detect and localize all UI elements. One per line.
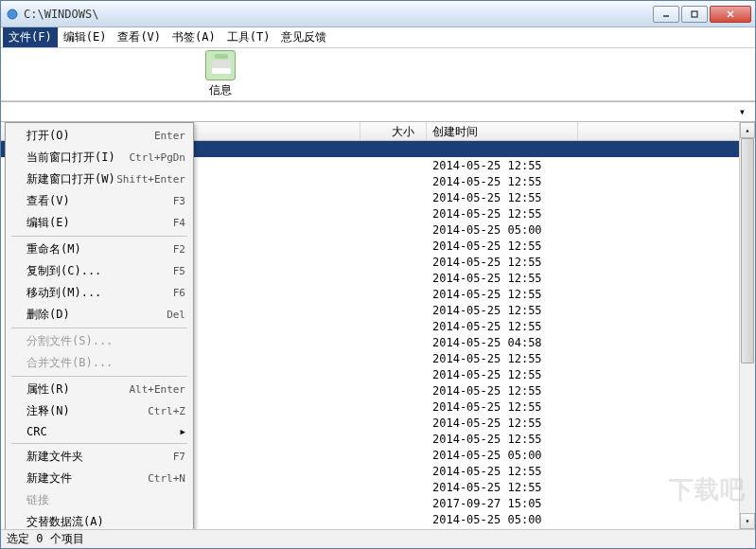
menu-separator	[11, 328, 187, 328]
menubar: 文件(F)编辑(E)查看(V)书签(A)工具(T)意见反馈	[1, 27, 755, 48]
clipboard-icon	[205, 50, 236, 80]
menu-item-label: 新建窗口打开(W)	[26, 171, 116, 187]
menu-item-shortcut: Alt+Enter	[129, 383, 185, 396]
statusbar: 选定 0 个项目	[1, 529, 755, 548]
menu-item-shortcut: Ctrl+N	[148, 472, 185, 485]
cell-created: 2014-05-25 05:00	[427, 223, 578, 237]
menu-item-4[interactable]: 编辑(E)F4	[8, 212, 191, 234]
cell-created: 2014-05-25 04:58	[427, 336, 578, 349]
maximize-button[interactable]	[681, 6, 708, 23]
menu-item-8[interactable]: 移动到(M)...F6	[8, 282, 191, 304]
cell-created: 2014-05-25 12:55	[427, 320, 578, 333]
svg-rect-2	[692, 11, 697, 17]
info-button[interactable]: 信息	[198, 50, 243, 98]
vertical-scrollbar[interactable]: ▴ ▾	[739, 122, 755, 529]
scroll-track[interactable]	[740, 138, 755, 513]
menu-item-1[interactable]: 当前窗口打开(I)Ctrl+PgDn	[8, 147, 191, 168]
cell-created: 2014-05-25 12:55	[427, 416, 578, 430]
app-icon	[5, 7, 20, 22]
menu-item-label: 新建文件夹	[26, 449, 173, 465]
cell-created: 2017-09-27 15:05	[427, 497, 578, 510]
svg-point-0	[8, 9, 17, 19]
menu-item-shortcut: Ctrl+PgDn	[129, 151, 185, 164]
menu-item-label: 分割文件(S)...	[26, 333, 185, 349]
menu-item-label: 链接	[26, 492, 185, 508]
menu-item-label: 查看(V)	[26, 193, 173, 209]
cell-created: 2014-05-25 12:55	[427, 465, 578, 478]
cell-created: 2014-05-25 12:55	[427, 304, 578, 317]
menu-item-label: 重命名(M)	[26, 241, 173, 257]
path-bar[interactable]: ▾	[1, 101, 755, 122]
titlebar: C:\WINDOWS\	[1, 1, 755, 27]
menu-item-7[interactable]: 复制到(C)...F5	[8, 260, 191, 282]
cell-created: 2014-05-25 12:55	[427, 272, 578, 285]
scroll-down-button[interactable]: ▾	[740, 513, 755, 529]
info-label: 信息	[209, 82, 232, 98]
menu-item-label: 删除(D)	[26, 307, 167, 323]
menu-item-9[interactable]: 删除(D)Del	[8, 304, 191, 326]
scroll-up-button[interactable]: ▴	[740, 122, 755, 138]
menu-item-shortcut: F6	[173, 287, 185, 299]
menu-item-14[interactable]: 属性(R)Alt+Enter	[8, 379, 191, 400]
close-button[interactable]	[710, 6, 751, 23]
menu-item-label: 复制到(C)...	[26, 263, 173, 279]
menu-item-shortcut: F2	[173, 243, 185, 256]
menu-item-3[interactable]: 查看(V)F3	[8, 190, 191, 212]
menu-item-label: CRC	[26, 425, 185, 438]
path-dropdown-arrow[interactable]: ▾	[733, 105, 751, 118]
menu-item-11: 分割文件(S)...	[8, 330, 191, 352]
col-created[interactable]: 创建时间	[427, 122, 578, 140]
menu-item-shortcut: Enter	[154, 130, 185, 142]
cell-created: 2014-05-25 12:55	[427, 288, 578, 301]
menu-item-label: 打开(O)	[26, 128, 154, 144]
menu-item-0[interactable]: 打开(O)Enter	[8, 125, 191, 147]
cell-created: 2014-05-25 05:00	[427, 449, 578, 462]
menu-item-21[interactable]: 交替数据流(A)	[8, 511, 191, 529]
menu-item-2[interactable]: 新建窗口打开(W)Shift+Enter	[8, 168, 191, 190]
cell-created: 2014-05-25 12:55	[427, 352, 578, 365]
menu-item-shortcut: F3	[173, 195, 185, 207]
cell-created: 2014-05-25 12:55	[427, 368, 578, 381]
menu-2[interactable]: 查看(V)	[112, 27, 167, 47]
menu-item-12: 合并文件(B)...	[8, 352, 191, 374]
menu-item-6[interactable]: 重命名(M)F2	[8, 239, 191, 260]
cell-created: 2014-05-25 12:55	[427, 207, 578, 221]
menu-item-18[interactable]: 新建文件夹F7	[8, 446, 191, 468]
menu-0[interactable]: 文件(F)	[3, 27, 58, 47]
menu-1[interactable]: 编辑(E)	[58, 27, 113, 47]
col-size[interactable]: 大小	[360, 122, 427, 140]
cell-created: 2014-05-25 05:00	[427, 513, 578, 526]
cell-created: 2014-05-25 12:55	[427, 239, 578, 253]
file-menu-dropdown: 打开(O)Enter当前窗口打开(I)Ctrl+PgDn新建窗口打开(W)Shi…	[5, 122, 194, 529]
menu-item-shortcut: Del	[167, 309, 185, 321]
menu-item-19[interactable]: 新建文件Ctrl+N	[8, 468, 191, 489]
app-window: C:\WINDOWS\ 文件(F)编辑(E)查看(V)书签(A)工具(T)意见反…	[0, 0, 756, 549]
cell-created: 2014-05-25 12:55	[427, 256, 578, 269]
menu-4[interactable]: 工具(T)	[221, 27, 276, 47]
toolbar: 信息	[1, 48, 755, 101]
menu-item-15[interactable]: 注释(N)Ctrl+Z	[8, 400, 191, 422]
menu-item-shortcut: F5	[173, 265, 185, 277]
menu-separator	[11, 443, 187, 444]
cell-created: 2014-05-25 12:55	[427, 481, 578, 494]
menu-item-label: 新建文件	[26, 470, 148, 487]
submenu-arrow-icon: ▶	[181, 427, 185, 436]
minimize-button[interactable]	[653, 6, 679, 23]
window-controls	[653, 6, 751, 23]
cell-created: 2014-05-25 12:55	[427, 433, 578, 446]
file-list-area: 大小 创建时间 2014-05-25 12:552014-05-25 12:55…	[1, 122, 755, 529]
menu-5[interactable]: 意见反馈	[275, 27, 332, 47]
menu-item-16[interactable]: CRC▶	[8, 422, 191, 441]
menu-item-label: 编辑(E)	[26, 215, 173, 231]
menu-item-shortcut: F7	[173, 451, 185, 463]
scroll-thumb[interactable]	[741, 138, 754, 363]
menu-separator	[11, 236, 187, 237]
menu-item-label: 合并文件(B)...	[26, 355, 185, 371]
menu-item-shortcut: F4	[173, 217, 185, 229]
menu-3[interactable]: 书签(A)	[167, 27, 221, 47]
window-title: C:\WINDOWS\	[24, 8, 653, 21]
menu-item-label: 注释(N)	[26, 403, 148, 419]
cell-created: 2014-05-25 12:55	[427, 175, 578, 188]
menu-item-label: 移动到(M)...	[26, 285, 173, 301]
menu-item-label: 当前窗口打开(I)	[26, 150, 129, 166]
